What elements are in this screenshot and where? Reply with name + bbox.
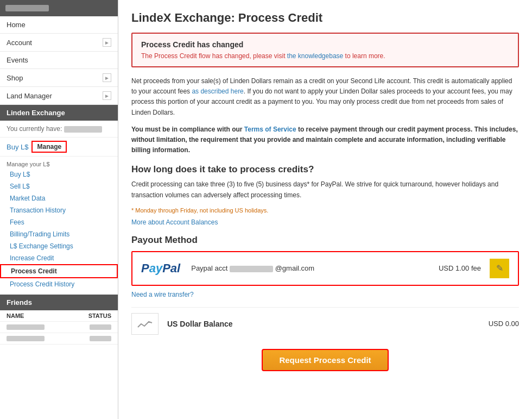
- friend-name-blur: [7, 324, 45, 330]
- friend-row: [0, 333, 118, 345]
- section1-text: Credit processing can take three (3) to …: [131, 179, 519, 200]
- linden-exchange-header: Linden Exchange: [0, 105, 118, 121]
- balance-blur: [64, 126, 102, 133]
- friends-header: Friends: [0, 295, 118, 310]
- sidebar-item-process-credit-history[interactable]: Process Credit History: [0, 278, 118, 290]
- balance-amount: USD 0.00: [489, 320, 519, 328]
- sidebar-item-buy-ls[interactable]: Buy L$: [0, 168, 118, 180]
- logo-bar: [5, 5, 49, 11]
- tos-link[interactable]: Terms of Service: [244, 126, 296, 133]
- sidebar-item-shop[interactable]: Shop ►: [0, 69, 118, 87]
- body-paragraph-1: Net proceeds from your sale(s) of Linden…: [131, 76, 519, 118]
- balance-label: US Dollar Balance: [167, 320, 489, 328]
- sidebar-item-account[interactable]: Account ►: [0, 34, 118, 52]
- sidebar: Home Account ► Events Shop ► Land Manage…: [0, 0, 118, 419]
- wire-transfer-link[interactable]: Need a wire transfer?: [131, 291, 194, 298]
- described-here-link[interactable]: as described here: [192, 87, 243, 95]
- buy-ls-link[interactable]: Buy L$: [7, 143, 28, 151]
- email-blur: [230, 266, 273, 272]
- sidebar-item-increase-credit[interactable]: Increase Credit: [0, 252, 118, 264]
- paypal-logo: PayPal: [141, 261, 180, 276]
- alert-text: The Process Credit flow has changed, ple…: [141, 52, 509, 60]
- manage-button[interactable]: Manage: [31, 141, 67, 153]
- payout-fee: USD 1.00 fee: [439, 264, 481, 272]
- alert-box: Process Credit has changed The Process C…: [131, 33, 519, 67]
- sidebar-item-home[interactable]: Home: [0, 16, 118, 34]
- balance-area: You currently have:: [0, 121, 118, 137]
- arrow-icon: ►: [103, 38, 111, 47]
- more-about-balances-link[interactable]: More about Account Balances: [131, 218, 218, 226]
- request-process-credit-button[interactable]: Request Process Credit: [262, 349, 388, 371]
- edit-payout-button[interactable]: ✎: [490, 259, 509, 278]
- sidebar-item-sell-ls[interactable]: Sell L$: [0, 180, 118, 192]
- body-paragraph-2: You must be in compliance with our Terms…: [131, 124, 519, 156]
- arrow-icon: ►: [103, 91, 111, 100]
- sidebar-item-land-manager[interactable]: Land Manager ►: [0, 87, 118, 105]
- sidebar-nav: Home Account ► Events Shop ► Land Manage…: [0, 16, 118, 105]
- sidebar-item-process-credit[interactable]: Process Credit: [0, 264, 118, 278]
- sidebar-item-exchange-settings[interactable]: L$ Exchange Settings: [0, 240, 118, 252]
- knowledgebase-link[interactable]: the knowledgebase: [287, 52, 343, 60]
- manage-your-label: Manage your L$: [0, 157, 118, 168]
- page-title: LindeX Exchange: Process Credit: [131, 11, 519, 25]
- payout-heading: Payout Method: [131, 235, 519, 246]
- arrow-icon: ►: [103, 73, 111, 82]
- alert-title: Process Credit has changed: [141, 40, 509, 49]
- sidebar-item-fees[interactable]: Fees: [0, 216, 118, 228]
- sidebar-logo: [0, 0, 118, 16]
- sidebar-item-events[interactable]: Events: [0, 52, 118, 69]
- friend-row: [0, 322, 118, 333]
- friend-status-blur: [90, 324, 111, 330]
- sidebar-item-market-data[interactable]: Market Data: [0, 192, 118, 204]
- section1-heading: How long does it take to process credits…: [131, 164, 519, 175]
- buy-manage-row: Buy L$ Manage: [0, 137, 118, 157]
- friend-status-blur: [90, 336, 111, 341]
- chart-icon: [131, 313, 159, 335]
- payout-email: Paypal acct @gmail.com: [191, 264, 439, 272]
- sidebar-item-transaction-history[interactable]: Transaction History: [0, 204, 118, 216]
- friend-name-blur: [7, 336, 45, 341]
- balance-row: US Dollar Balance USD 0.00: [131, 307, 519, 340]
- request-btn-container: Request Process Credit: [131, 349, 519, 371]
- sidebar-item-billing-limits[interactable]: Billing/Trading Limits: [0, 228, 118, 240]
- footnote-text: * Monday through Friday, not including U…: [131, 207, 519, 214]
- friends-table-header: NAME STATUS: [0, 310, 118, 322]
- payout-box: PayPal Paypal acct @gmail.com USD 1.00 f…: [131, 251, 519, 286]
- main-content: LindeX Exchange: Process Credit Process …: [118, 0, 532, 419]
